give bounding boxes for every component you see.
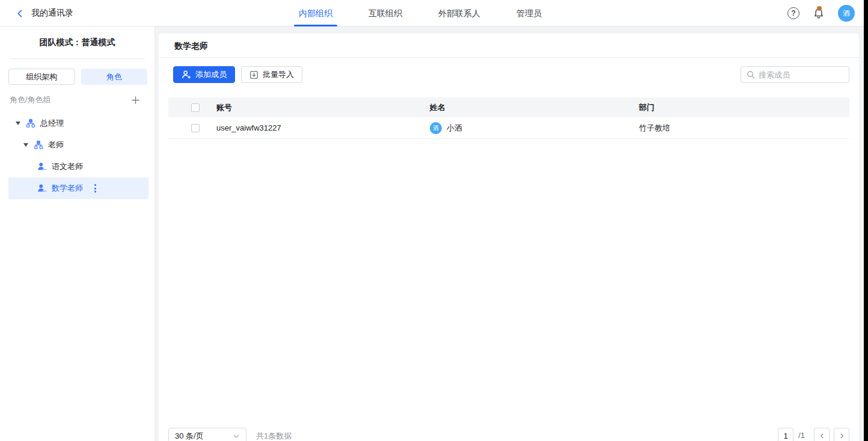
- member-avatar: 酒: [430, 122, 442, 134]
- members-table: 账号 姓名 部门 user_vaiwfw31227 酒 小酒 竹子教培: [168, 97, 849, 139]
- panel-title: 数学老师: [159, 34, 859, 58]
- import-icon: [249, 70, 258, 79]
- current-page-box[interactable]: 1: [778, 428, 793, 441]
- notification-bell-icon[interactable]: [813, 7, 825, 19]
- page-size-select[interactable]: 30 条/页: [168, 428, 246, 441]
- pagination-bar: 30 条/页 共1条数据 1 /1: [168, 428, 849, 441]
- tab-external-contacts[interactable]: 外部联系人: [433, 0, 485, 26]
- role-group-label: 角色/角色组: [10, 94, 51, 105]
- topbar: 我的通讯录 内部组织 互联组织 外部联系人 管理员 ? 酒: [0, 0, 868, 26]
- member-search[interactable]: [741, 66, 849, 83]
- tree-item-label: 总经理: [40, 118, 64, 129]
- tree-item-label: 数学老师: [52, 183, 83, 194]
- row-checkbox[interactable]: [191, 124, 200, 132]
- total-count-label: 共1条数据: [256, 428, 292, 441]
- column-header-account: 账号: [216, 102, 430, 113]
- tree-item-general-manager[interactable]: 总经理: [0, 113, 154, 134]
- sidebar: 团队模式：普通模式 组织架构 角色 角色/角色组 总经理: [0, 26, 155, 441]
- tree-item-chinese-teacher[interactable]: 语文老师: [0, 156, 154, 177]
- role-group-header: 角色/角色组: [0, 85, 154, 105]
- main-panel: 数学老师 添加成员 批量导入: [159, 34, 859, 441]
- toolbar: 添加成员 批量导入: [159, 58, 859, 91]
- table-header-row: 账号 姓名 部门: [168, 97, 849, 117]
- next-page-button[interactable]: [834, 428, 849, 441]
- back-chevron-icon: [16, 9, 25, 18]
- user-avatar[interactable]: 酒: [838, 5, 855, 22]
- team-mode-label: 团队模式：普通模式: [0, 26, 154, 48]
- org-node-icon: [26, 119, 35, 128]
- add-person-icon: [182, 70, 191, 79]
- tree-item-teacher[interactable]: 老师: [0, 134, 154, 156]
- add-role-icon[interactable]: [131, 96, 140, 105]
- role-person-icon: [37, 162, 47, 171]
- select-all-checkbox[interactable]: [191, 103, 200, 112]
- column-header-department: 部门: [639, 102, 849, 113]
- role-person-icon: [37, 183, 47, 193]
- add-member-label: 添加成员: [195, 69, 227, 80]
- tree-item-more-icon[interactable]: [94, 184, 96, 193]
- notification-dot: [817, 6, 822, 11]
- tree-item-label: 老师: [48, 140, 64, 150]
- role-button[interactable]: 角色: [81, 69, 148, 85]
- prev-page-button[interactable]: [814, 428, 830, 441]
- tab-admins[interactable]: 管理员: [512, 0, 546, 26]
- app-root: 我的通讯录 内部组织 互联组织 外部联系人 管理员 ? 酒 团队模式：普通模式 …: [0, 0, 868, 441]
- collapse-caret-icon[interactable]: [16, 122, 20, 125]
- total-pages-label: /1: [798, 428, 805, 441]
- tree-item-math-teacher[interactable]: 数学老师: [8, 177, 148, 199]
- top-tabs: 内部组织 互联组织 外部联系人 管理员: [294, 0, 546, 26]
- batch-import-label: 批量导入: [263, 69, 294, 80]
- chevron-down-icon: [233, 433, 240, 440]
- tab-linked-org[interactable]: 互联组织: [364, 0, 407, 26]
- org-node-icon: [34, 140, 43, 150]
- pager-controls: 1 /1: [778, 428, 849, 441]
- column-header-name: 姓名: [430, 102, 639, 113]
- view-toggle: 组织架构 角色: [0, 59, 154, 85]
- cell-name: 酒 小酒: [430, 122, 639, 134]
- tab-internal-org[interactable]: 内部组织: [294, 0, 337, 26]
- page-title: 我的通讯录: [31, 8, 73, 19]
- back-to-contacts[interactable]: 我的通讯录: [16, 0, 73, 26]
- org-structure-button[interactable]: 组织架构: [8, 69, 75, 85]
- search-input[interactable]: [759, 70, 864, 79]
- cell-account: user_vaiwfw31227: [216, 123, 430, 132]
- cell-department: 竹子教培: [639, 123, 849, 134]
- tree-item-label: 语文老师: [52, 161, 83, 172]
- table-row[interactable]: user_vaiwfw31227 酒 小酒 竹子教培: [168, 117, 849, 139]
- page-size-label: 30 条/页: [175, 431, 204, 441]
- member-name: 小酒: [447, 123, 462, 134]
- help-icon[interactable]: ?: [787, 7, 799, 19]
- topbar-actions: ? 酒: [787, 0, 855, 26]
- role-tree: 总经理 老师 语文老师 数学老师: [0, 113, 154, 199]
- add-member-button[interactable]: 添加成员: [173, 66, 235, 83]
- batch-import-button[interactable]: 批量导入: [241, 66, 302, 83]
- screen-edge-strip: [864, 0, 868, 441]
- collapse-caret-icon[interactable]: [23, 143, 28, 147]
- search-icon: [747, 70, 755, 79]
